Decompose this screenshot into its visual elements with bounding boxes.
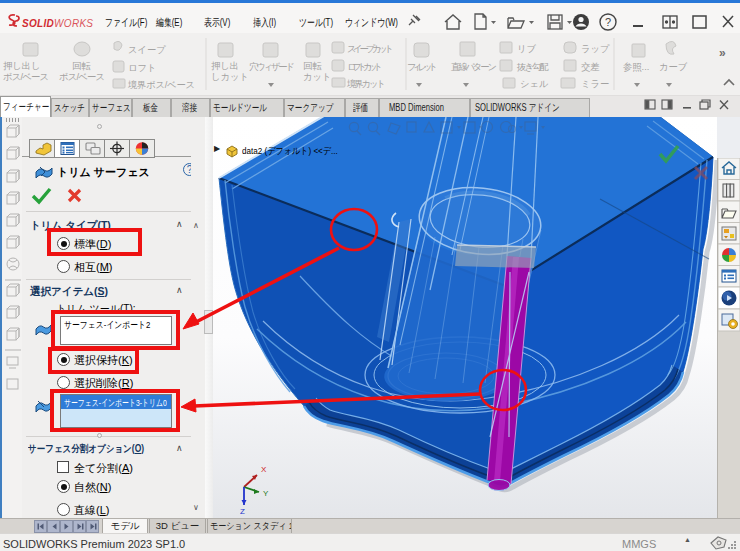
svg-text:»: » [719,46,726,60]
svg-text:回転: 回転 [303,61,322,71]
svg-text:スイープ: スイープ [128,45,166,55]
svg-text:スイープカット: スイープカット [347,44,394,54]
svg-text:回転: 回転 [72,61,91,71]
svg-text:押し出し: 押し出し [3,61,41,71]
svg-text:境界カット: 境界カット [346,79,386,89]
svg-text:参照...: 参照... [623,62,649,72]
svg-text:穴ウィザード: 穴ウィザード [249,61,295,72]
svg-text:ボス/ベース: ボス/ベース [59,72,105,82]
svg-text:X: X [261,465,267,474]
svg-text:境界ボス/ベース: 境界ボス/ベース [127,80,195,90]
svg-text:抜き勾配: 抜き勾配 [516,62,549,72]
svg-text:ミラー: ミラー [581,79,609,89]
svg-text:リブ: リブ [517,44,537,54]
svg-text:?: ? [605,16,611,28]
svg-text:交差: 交差 [581,62,600,72]
svg-text:ラップ: ラップ [581,44,610,54]
svg-text:Y: Y [263,489,269,498]
svg-text:押し出: 押し出 [211,61,239,71]
svg-text:カーブ: カーブ [659,62,688,72]
svg-text:カット: カット [303,72,332,82]
svg-text:ロフト: ロフト [128,63,157,73]
svg-text:しカット: しカット [211,72,249,82]
svg-text:シェル: シェル [520,79,549,89]
svg-text:フィレット: フィレット [407,62,438,72]
svg-text:Z: Z [240,507,245,516]
svg-text:ロフトカット: ロフトカット [347,62,383,72]
svg-text:ボス/ベース: ボス/ベース [3,72,49,82]
svg-text:直線パターン: 直線パターン [451,62,497,72]
